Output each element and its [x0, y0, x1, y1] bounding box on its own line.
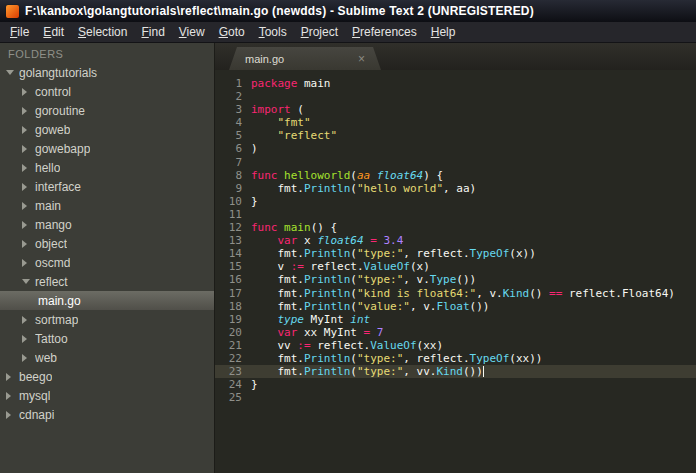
- tree-folder-object[interactable]: object: [0, 234, 214, 253]
- line-number: 24: [215, 378, 251, 391]
- menu-item-find[interactable]: Find: [134, 23, 171, 41]
- chevron-right-icon[interactable]: [22, 316, 35, 324]
- code-token: }: [251, 195, 258, 208]
- line-content: fmt.Println("type:", reflect.TypeOf(xx)): [251, 352, 542, 365]
- editor[interactable]: 1package main23import (4 "fmt"5 "reflect…: [215, 70, 696, 473]
- code-line-10[interactable]: 10}: [215, 195, 696, 208]
- tree-item-label: goroutine: [35, 104, 85, 118]
- menu-item-edit[interactable]: Edit: [36, 23, 71, 41]
- chevron-right-icon[interactable]: [22, 88, 35, 96]
- code-line-20[interactable]: 20 var xx MyInt = 7: [215, 326, 696, 339]
- code-line-16[interactable]: 16 fmt.Println("type:", v.Type()): [215, 273, 696, 286]
- code-line-19[interactable]: 19 type MyInt int: [215, 313, 696, 326]
- line-number: 18: [215, 300, 251, 313]
- code-line-1[interactable]: 1package main: [215, 77, 696, 90]
- code-line-12[interactable]: 12func main() {: [215, 221, 696, 234]
- tree-folder-mango[interactable]: mango: [0, 215, 214, 234]
- code-line-24[interactable]: 24}: [215, 378, 696, 391]
- tree-folder-oscmd[interactable]: oscmd: [0, 253, 214, 272]
- code-line-9[interactable]: 9 fmt.Println("hello world", aa): [215, 182, 696, 195]
- code-line-8[interactable]: 8func helloworld(aa float64) {: [215, 169, 696, 182]
- tab-main-go[interactable]: main.go ×: [229, 47, 381, 70]
- chevron-right-icon[interactable]: [6, 392, 19, 400]
- code-line-7[interactable]: 7: [215, 156, 696, 169]
- line-content: ): [251, 142, 258, 155]
- tree-folder-control[interactable]: control: [0, 82, 214, 101]
- code-line-2[interactable]: 2: [215, 90, 696, 103]
- code-token: v: [251, 260, 291, 273]
- title-bar[interactable]: F:\kanbox\golangtutorials\reflect\main.g…: [0, 0, 696, 22]
- triangle-glyph: [22, 240, 27, 248]
- chevron-right-icon[interactable]: [6, 411, 19, 419]
- tree-folder-web[interactable]: web: [0, 348, 214, 367]
- code-token: Kind: [436, 365, 463, 378]
- code-line-3[interactable]: 3import (: [215, 103, 696, 116]
- menu-item-preferences[interactable]: Preferences: [345, 23, 424, 41]
- chevron-right-icon[interactable]: [22, 259, 35, 267]
- tree-folder-mysql[interactable]: mysql: [0, 386, 214, 405]
- tree-folder-reflect[interactable]: reflect: [0, 272, 214, 291]
- tree-folder-hello[interactable]: hello: [0, 158, 214, 177]
- tree-folder-goroutine[interactable]: goroutine: [0, 101, 214, 120]
- menu-item-view[interactable]: View: [172, 23, 212, 41]
- tree-folder-interface[interactable]: interface: [0, 177, 214, 196]
- tree-folder-sortmap[interactable]: sortmap: [0, 310, 214, 329]
- code-token: main: [278, 221, 311, 234]
- chevron-down-icon[interactable]: [6, 70, 19, 75]
- code-token: :=: [291, 260, 304, 273]
- chevron-right-icon[interactable]: [22, 335, 35, 343]
- code-line-4[interactable]: 4 "fmt": [215, 116, 696, 129]
- code-line-15[interactable]: 15 v := reflect.ValueOf(x): [215, 260, 696, 273]
- code-token: fmt.: [251, 247, 304, 260]
- code-line-13[interactable]: 13 var x float64 = 3.4: [215, 234, 696, 247]
- main-area: FOLDERS golangtutorialscontrolgoroutineg…: [0, 43, 696, 473]
- code-line-22[interactable]: 22 fmt.Println("type:", reflect.TypeOf(x…: [215, 352, 696, 365]
- tree-folder-goweb[interactable]: goweb: [0, 120, 214, 139]
- chevron-right-icon[interactable]: [22, 202, 35, 210]
- mnemonic: P: [352, 25, 360, 39]
- code-line-21[interactable]: 21 vv := reflect.ValueOf(xx): [215, 339, 696, 352]
- code-token: ValueOf: [370, 339, 416, 352]
- menu-item-goto[interactable]: Goto: [212, 23, 252, 41]
- tab-close-icon[interactable]: ×: [358, 53, 365, 65]
- code-token: import: [251, 103, 291, 116]
- menu-item-selection[interactable]: Selection: [71, 23, 134, 41]
- chevron-right-icon[interactable]: [6, 373, 19, 381]
- menu-item-project[interactable]: Project: [294, 23, 345, 41]
- tree-folder-gowebapp[interactable]: gowebapp: [0, 139, 214, 158]
- code-token: [370, 326, 377, 339]
- code-line-14[interactable]: 14 fmt.Println("type:", reflect.TypeOf(x…: [215, 247, 696, 260]
- chevron-down-icon[interactable]: [22, 279, 35, 284]
- chevron-right-icon[interactable]: [22, 107, 35, 115]
- code-token: ) {: [423, 169, 443, 182]
- tree-file-main-go[interactable]: main.go: [0, 291, 214, 310]
- code-line-5[interactable]: 5 "reflect": [215, 129, 696, 142]
- tree-folder-golangtutorials[interactable]: golangtutorials: [0, 63, 214, 82]
- line-number: 20: [215, 326, 251, 339]
- code-token: [251, 116, 278, 129]
- code-token: func: [251, 221, 278, 234]
- code-line-25[interactable]: 25: [215, 391, 696, 404]
- chevron-right-icon[interactable]: [22, 126, 35, 134]
- chevron-right-icon[interactable]: [22, 145, 35, 153]
- menu-item-file[interactable]: File: [3, 23, 36, 41]
- menu-item-help[interactable]: Help: [424, 23, 463, 41]
- tree-folder-cdnapi[interactable]: cdnapi: [0, 405, 214, 424]
- code-line-23[interactable]: 23 fmt.Println("type:", vv.Kind()): [215, 365, 696, 378]
- tree-folder-beego[interactable]: beego: [0, 367, 214, 386]
- tree-folder-main[interactable]: main: [0, 196, 214, 215]
- chevron-right-icon[interactable]: [22, 354, 35, 362]
- triangle-glyph: [22, 183, 27, 191]
- tree-folder-tattoo[interactable]: Tattoo: [0, 329, 214, 348]
- folders-header: FOLDERS: [0, 43, 214, 63]
- chevron-right-icon[interactable]: [22, 164, 35, 172]
- chevron-right-icon[interactable]: [22, 240, 35, 248]
- code-line-6[interactable]: 6): [215, 142, 696, 155]
- code-line-11[interactable]: 11: [215, 208, 696, 221]
- code-line-18[interactable]: 18 fmt.Println("value:", v.Float()): [215, 300, 696, 313]
- code-token: Println: [304, 287, 350, 300]
- code-line-17[interactable]: 17 fmt.Println("kind is float64:", v.Kin…: [215, 287, 696, 300]
- chevron-right-icon[interactable]: [22, 183, 35, 191]
- menu-item-tools[interactable]: Tools: [252, 23, 294, 41]
- chevron-right-icon[interactable]: [22, 221, 35, 229]
